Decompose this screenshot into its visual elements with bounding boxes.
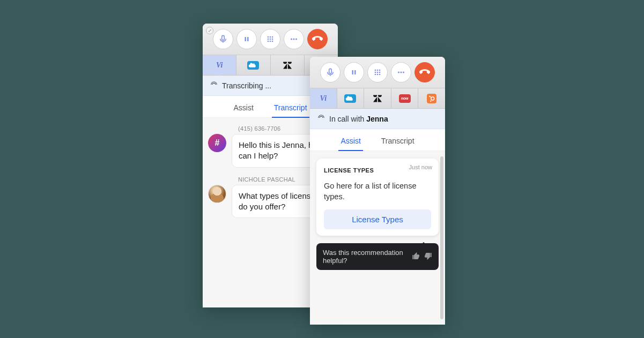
hold-button[interactable] [344, 62, 364, 82]
integration-tab-hubspot[interactable] [418, 88, 445, 108]
svg-point-6 [268, 39, 269, 40]
status-row: In call with Jenna [310, 109, 445, 129]
svg-point-13 [293, 39, 295, 40]
svg-point-12 [291, 39, 292, 40]
tab-assist[interactable]: Assist [338, 133, 362, 151]
integration-tab-zendesk[interactable] [364, 88, 391, 108]
zendesk-icon [372, 94, 383, 103]
popout-icon[interactable]: ⤢ [206, 27, 213, 34]
svg-point-10 [270, 41, 271, 42]
tab-transcript[interactable]: Transcript [272, 100, 309, 117]
svg-rect-15 [329, 69, 332, 73]
servicenow-icon: now [399, 94, 411, 103]
svg-point-29 [403, 72, 404, 73]
call-icon [317, 114, 325, 123]
svg-rect-0 [222, 35, 225, 40]
feedback-tooltip: Was this recommendation helpful? [316, 243, 439, 270]
view-tabs: Assist Transcript [310, 129, 445, 151]
thumbs-down-icon[interactable] [424, 252, 432, 262]
hangup-button[interactable] [414, 62, 435, 82]
dialpad-button[interactable] [367, 62, 388, 82]
vi-label: Vi [320, 94, 327, 103]
svg-point-25 [377, 74, 379, 76]
svg-rect-1 [245, 37, 246, 41]
svg-point-18 [375, 70, 376, 71]
svg-point-14 [295, 39, 297, 40]
more-button[interactable] [391, 62, 411, 82]
call-panel-assist: Vi now In call with Jenna Assist Transcr… [310, 57, 445, 325]
svg-point-11 [272, 41, 273, 42]
hangup-button[interactable] [307, 29, 328, 49]
mute-button[interactable] [320, 62, 340, 82]
svg-point-23 [379, 72, 381, 73]
avatar-user-icon [208, 185, 226, 203]
salesforce-icon [247, 61, 259, 70]
more-button[interactable] [284, 29, 304, 49]
card-link-button[interactable]: License Types [324, 209, 431, 229]
zendesk-icon [282, 61, 293, 70]
integration-tab-servicenow[interactable]: now [391, 88, 419, 108]
thumbs-up-icon[interactable] [412, 252, 420, 262]
integration-tab-zendesk[interactable] [271, 55, 305, 75]
svg-point-20 [379, 70, 381, 71]
status-text: Transcribing ... [222, 81, 271, 90]
svg-point-27 [398, 72, 399, 73]
svg-point-9 [268, 41, 269, 42]
svg-point-8 [272, 39, 273, 40]
salesforce-icon [344, 94, 356, 103]
avatar-system-icon: # [208, 134, 226, 152]
call-controls-bar [310, 57, 445, 88]
svg-point-28 [401, 72, 402, 73]
svg-rect-17 [354, 70, 356, 74]
svg-rect-2 [247, 37, 248, 41]
dialpad-button[interactable] [260, 29, 280, 49]
status-text: In call with Jenna [329, 115, 388, 123]
call-controls-bar: ⤢ [203, 24, 338, 55]
recommendation-card: Just now LICENSE TYPES Go here for a lis… [316, 159, 439, 236]
svg-point-3 [268, 36, 269, 38]
hold-button[interactable] [236, 29, 257, 49]
svg-point-32 [430, 100, 431, 101]
integration-tab-salesforce[interactable] [337, 88, 365, 108]
hubspot-icon [427, 94, 436, 103]
svg-point-24 [375, 74, 376, 76]
card-timestamp: Just now [409, 164, 432, 170]
scrollbar[interactable] [440, 156, 443, 319]
svg-point-4 [270, 36, 271, 38]
mute-button[interactable] [213, 29, 233, 49]
svg-point-21 [375, 72, 376, 73]
transcribe-icon [210, 81, 218, 90]
integration-tab-salesforce[interactable] [236, 55, 270, 75]
svg-point-5 [272, 36, 273, 38]
integration-tab-vi[interactable]: Vi [203, 55, 236, 75]
tab-transcript[interactable]: Transcript [379, 133, 417, 151]
svg-rect-16 [352, 70, 353, 74]
integration-tab-vi[interactable]: Vi [310, 88, 337, 108]
svg-point-22 [377, 72, 379, 73]
svg-point-26 [379, 74, 381, 76]
svg-point-7 [270, 39, 271, 40]
svg-point-19 [377, 70, 379, 71]
feedback-text: Was this recommendation helpful? [323, 249, 412, 265]
assist-body: Just now LICENSE TYPES Go here for a lis… [310, 151, 445, 325]
card-body: Go here for a list of license types. [324, 181, 431, 202]
integrations-bar: Vi now [310, 88, 445, 109]
vi-label: Vi [216, 61, 223, 70]
tab-assist[interactable]: Assist [231, 100, 255, 117]
